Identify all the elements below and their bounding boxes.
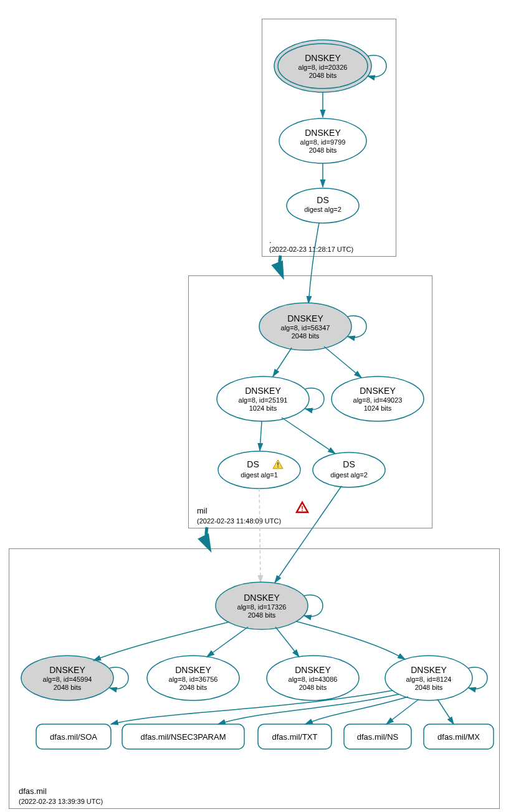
zone-box-mil xyxy=(188,275,432,528)
zone-label-dfas: dfas.mil xyxy=(19,786,47,796)
zone-timestamp-root: (2022-02-23 11:28:17 UTC) xyxy=(269,246,353,253)
zone-label-mil: mil xyxy=(197,506,208,515)
zone-box-root xyxy=(262,19,396,257)
zone-box-dfas xyxy=(9,548,500,809)
zone-timestamp-mil: (2022-02-23 11:48:09 UTC) xyxy=(197,517,281,525)
edge-delegation-root-mil xyxy=(280,256,282,274)
zone-timestamp-dfas: (2022-02-23 13:39:39 UTC) xyxy=(19,798,103,805)
zone-label-root: . xyxy=(269,236,272,245)
edge-delegation-mil-dfas xyxy=(206,527,209,547)
